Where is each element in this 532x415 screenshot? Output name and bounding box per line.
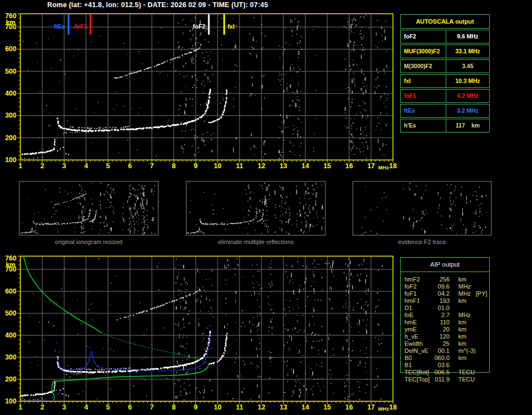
aip-row: ymE20km bbox=[404, 326, 488, 333]
param-name: TEC[Top] bbox=[404, 376, 433, 383]
y-axis-unit-label: km bbox=[6, 19, 15, 26]
param-name: B0 bbox=[404, 355, 433, 362]
x-tick-label: 10 bbox=[214, 162, 221, 170]
param-value: 060.0 bbox=[433, 355, 450, 362]
aip-row: hmF1193km bbox=[404, 297, 488, 305]
echo-traces bbox=[21, 47, 228, 159]
x-tick-label: 17 bbox=[367, 162, 375, 170]
axis-ticks bbox=[18, 256, 393, 404]
foF2-marker-label: foF2 bbox=[193, 23, 206, 30]
aip-row: D101.0 bbox=[404, 305, 488, 312]
autoscala-row: M(3000)F23.45 bbox=[400, 59, 490, 73]
thumbnail-caption: evidence F2 trace bbox=[353, 239, 491, 245]
x-tick-label: 8 bbox=[172, 162, 176, 170]
y-tick-label: 400 bbox=[5, 90, 16, 97]
param-name: MUF(3000)F2 bbox=[401, 45, 446, 58]
param-unit: km bbox=[458, 355, 467, 362]
aip-row: DelN_vE00.1m^(-3) bbox=[404, 347, 488, 355]
fxI-marker-line bbox=[223, 14, 225, 35]
thumbnail-caption: original ionogram resized bbox=[19, 239, 158, 245]
param-unit: MHz bbox=[458, 312, 471, 319]
x-tick-label: 11 bbox=[236, 403, 243, 411]
y-tick-label: 600 bbox=[5, 287, 16, 295]
param-name: foF2 bbox=[404, 283, 433, 290]
y-tick-label: 500 bbox=[5, 309, 16, 317]
grid bbox=[20, 14, 393, 160]
y-tick-label: 600 bbox=[5, 45, 16, 53]
param-unit: MHz bbox=[458, 283, 471, 290]
param-value: 9.6 MHz bbox=[446, 30, 489, 43]
param-value: 2.7 bbox=[433, 312, 450, 319]
autoscala-row: ftEs3.2 MHz bbox=[400, 104, 490, 118]
x-tick-label: 3 bbox=[62, 403, 66, 411]
param-name: Ewidth bbox=[404, 340, 433, 347]
aip-row: foF209.6MHz bbox=[404, 283, 488, 290]
aip-table-rows: hmF2256kmfoF209.6MHzfoF104.2MHz [PY]hmF1… bbox=[404, 276, 488, 383]
aip-row: B0060.0km bbox=[404, 355, 488, 362]
param-value: 01.0 bbox=[433, 305, 450, 312]
x-tick-label: 12 bbox=[258, 162, 265, 170]
x-tick-label: 7 bbox=[150, 162, 154, 170]
param-value: 193 bbox=[433, 297, 450, 305]
param-name: foF2 bbox=[401, 30, 446, 43]
x-tick-label: 16 bbox=[345, 162, 353, 170]
x-tick-label: 5 bbox=[106, 162, 110, 170]
x-tick-label: 1 bbox=[19, 403, 23, 411]
param-name: h'Es bbox=[401, 119, 446, 132]
param-name: fxI bbox=[401, 75, 446, 87]
param-name: hmE bbox=[404, 319, 433, 326]
param-unit: km bbox=[458, 340, 467, 347]
param-name: TEC[Bot] bbox=[404, 369, 433, 376]
y-tick-label: 200 bbox=[5, 375, 16, 383]
foF1-marker-line bbox=[90, 14, 91, 35]
param-value: 25 bbox=[433, 340, 450, 347]
aip-row: TEC[Top]011.9TECU bbox=[404, 376, 488, 383]
param-value: 03.6 bbox=[433, 362, 450, 369]
x-tick-label: 7 bbox=[150, 403, 154, 411]
autoscala-table-rows: foF29.6 MHzMUF(3000)F233.1 MHzM(3000)F23… bbox=[400, 30, 490, 132]
param-name: D1 bbox=[404, 305, 433, 312]
ftEs-marker-label: ftEs bbox=[54, 23, 65, 30]
param-name: ftEs bbox=[401, 104, 446, 117]
param-name: B1 bbox=[404, 362, 433, 369]
x-tick-label: 16 bbox=[345, 403, 353, 411]
y-tick-label: 300 bbox=[5, 353, 16, 361]
ftEs-marker-line bbox=[68, 14, 69, 35]
param-value: 4.2 MHz bbox=[446, 90, 489, 102]
x-tick-label: 5 bbox=[106, 403, 110, 411]
param-value: 3.45 bbox=[446, 60, 489, 73]
param-value: 09.6 bbox=[433, 283, 450, 290]
param-name: hmF1 bbox=[404, 297, 433, 305]
param-value: 20 bbox=[433, 326, 450, 333]
thumbnail-1 bbox=[186, 181, 325, 235]
marker-ftEs: ftEs bbox=[54, 14, 69, 35]
thumbnail-2 bbox=[353, 181, 491, 235]
x-tick-label: 11 bbox=[236, 162, 243, 170]
autoscala-row: foF14.2 MHz bbox=[400, 89, 490, 103]
autoscala-table-title: AUTOSCALA output bbox=[400, 14, 490, 29]
x-axis-unit-label: MHz bbox=[378, 406, 389, 412]
param-unit: km bbox=[458, 333, 467, 340]
x-tick-label: 10 bbox=[214, 403, 221, 411]
param-value: 117 km bbox=[446, 119, 489, 132]
param-value: 006.5 bbox=[433, 369, 450, 376]
y-tick-label: 100 bbox=[5, 156, 16, 164]
param-name: foF1 bbox=[401, 90, 446, 102]
aip-row: TEC[Bot]006.5TECU bbox=[404, 369, 488, 376]
top-ionogram: 123456789101112131415161718MHz1002003004… bbox=[5, 12, 397, 170]
param-name: M(3000)F2 bbox=[401, 60, 446, 73]
aip-row: hmE110km bbox=[404, 319, 488, 326]
param-name: ymE bbox=[404, 326, 433, 333]
x-tick-label: 3 bbox=[62, 162, 66, 170]
y-axis-unit-label: km bbox=[6, 261, 15, 269]
x-tick-label: 18 bbox=[389, 162, 397, 170]
aip-table-title: AIP output bbox=[401, 258, 489, 272]
axis-labels: 123456789101112131415161718MHz1002003004… bbox=[5, 12, 397, 170]
x-tick-label: 2 bbox=[40, 403, 44, 411]
autoscala-output-table: AUTOSCALA output foF29.6 MHzMUF(3000)F23… bbox=[400, 14, 490, 132]
param-unit: km bbox=[458, 326, 467, 333]
param-unit: m^(-3) bbox=[458, 347, 475, 355]
x-tick-label: 15 bbox=[323, 162, 331, 170]
foF1-marker-label: foF1 bbox=[74, 23, 87, 30]
aip-row: h_vE120km bbox=[404, 333, 488, 340]
